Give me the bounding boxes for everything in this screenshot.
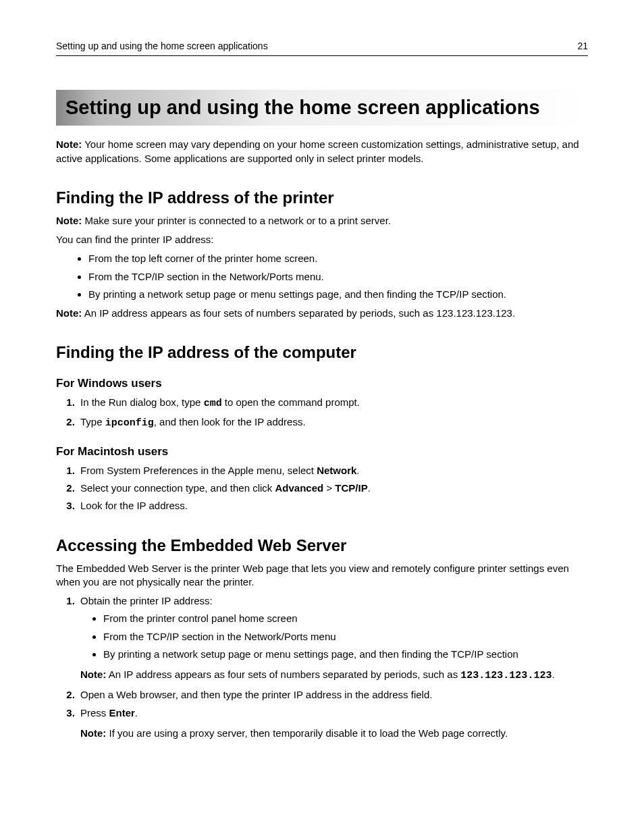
list-item: Select your connection type, and then cl… <box>78 481 588 495</box>
cmd-text: cmd <box>204 398 222 409</box>
note-text: If you are using a proxy server, then te… <box>106 727 508 739</box>
mac-steps: From System Preferences in the Apple men… <box>56 464 588 513</box>
note-text: . <box>552 669 554 680</box>
page: Setting up and using the home screen app… <box>0 0 644 800</box>
step-text: . <box>356 465 359 476</box>
step-text: Press <box>80 707 109 719</box>
note-label: Note: <box>80 669 106 680</box>
ui-label: TCP/IP <box>335 482 367 494</box>
step-text: Select your connection type, and then cl… <box>80 482 275 494</box>
step-text: From System Preferences in the Apple men… <box>80 465 317 476</box>
list-item: By printing a network setup page or menu… <box>103 648 588 661</box>
list-item: Press Enter. Note: If you are using a pr… <box>78 706 588 741</box>
ip-example: 123.123.123.123 <box>460 670 552 681</box>
s3-para: The Embedded Web Server is the printer W… <box>56 562 588 590</box>
subsection-heading-mac: For Macintosh users <box>56 445 588 459</box>
note-label: Note: <box>80 727 106 739</box>
section-heading-ews: Accessing the Embedded Web Server <box>56 536 588 555</box>
note-label: Note: <box>56 138 82 150</box>
s1-note2: Note: An IP address appears as four sets… <box>56 307 588 320</box>
step-text: Type <box>80 416 105 427</box>
list-item: By printing a network setup page or menu… <box>88 288 588 301</box>
note-text: An IP address appears as four sets of nu… <box>82 307 515 319</box>
s3-step1-bullets: From the printer control panel home scre… <box>80 612 588 661</box>
step-text: . <box>368 482 371 494</box>
ews-steps: Obtain the printer IP address: From the … <box>56 594 588 740</box>
list-item: Obtain the printer IP address: From the … <box>78 594 588 683</box>
step-text: , and then look for the IP address. <box>154 416 306 427</box>
ui-label: Enter <box>109 707 135 719</box>
ui-label: Network <box>317 465 356 476</box>
windows-steps: In the Run dialog box, type cmd to open … <box>56 396 588 430</box>
list-item: From System Preferences in the Apple men… <box>78 464 588 477</box>
s1-bullet-list: From the top left corner of the printer … <box>56 252 588 301</box>
header-left: Setting up and using the home screen app… <box>56 41 268 51</box>
page-title: Setting up and using the home screen app… <box>56 90 588 126</box>
list-item: Type ipconfig, and then look for the IP … <box>78 415 588 430</box>
step-text: Obtain the printer IP address: <box>80 595 213 606</box>
s3-step3-note: Note: If you are using a proxy server, t… <box>80 727 588 740</box>
s3-step1-note: Note: An IP address appears as four sets… <box>80 668 588 683</box>
running-header: Setting up and using the home screen app… <box>56 41 588 56</box>
note-text: Your home screen may vary depending on y… <box>56 138 579 163</box>
intro-note: Note: Your home screen may vary dependin… <box>56 138 588 165</box>
note-text: Make sure your printer is connected to a… <box>82 215 391 226</box>
list-item: In the Run dialog box, type cmd to open … <box>78 396 588 411</box>
s1-lead: You can find the printer IP address: <box>56 233 588 246</box>
list-item: From the top left corner of the printer … <box>88 252 588 265</box>
list-item: Look for the IP address. <box>78 499 588 513</box>
cmd-text: ipconfig <box>105 417 154 429</box>
step-text: to open the command prompt. <box>222 396 360 408</box>
note-label: Note: <box>56 215 82 226</box>
ui-label: Advanced <box>275 482 324 494</box>
section-heading-printer-ip: Finding the IP address of the printer <box>56 188 588 207</box>
section-heading-computer-ip: Finding the IP address of the computer <box>56 343 588 362</box>
s1-note1: Note: Make sure your printer is connecte… <box>56 214 588 228</box>
step-text: . <box>135 707 138 719</box>
list-item: Open a Web browser, and then type the pr… <box>78 688 588 702</box>
note-label: Note: <box>56 307 82 319</box>
step-text: In the Run dialog box, type <box>80 396 204 408</box>
list-item: From the TCP/IP section in the Network/P… <box>88 270 588 284</box>
subsection-heading-windows: For Windows users <box>56 377 588 390</box>
step-text: > <box>323 482 335 494</box>
note-text: An IP address appears as four sets of nu… <box>106 669 460 680</box>
page-number: 21 <box>577 41 588 51</box>
list-item: From the printer control panel home scre… <box>103 612 588 625</box>
list-item: From the TCP/IP section in the Network/P… <box>103 630 588 644</box>
